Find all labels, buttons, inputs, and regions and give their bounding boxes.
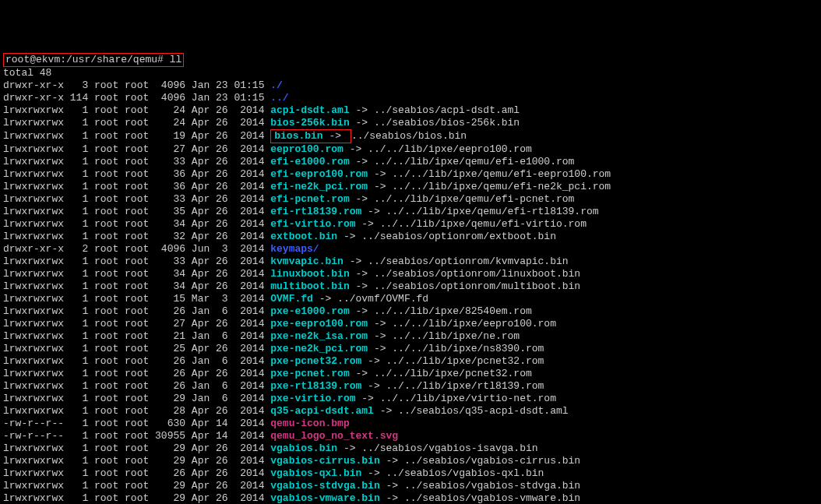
list-row: lrwxrwxrwx 1 root root 27 Apr 26 2014 ee… <box>3 143 818 156</box>
list-row: -rw-r--r-- 1 root root 630 Apr 14 2014 q… <box>3 418 818 430</box>
list-row: lrwxrwxrwx 1 root root 29 Apr 26 2014 vg… <box>3 455 818 467</box>
list-row: lrwxrwxrwx 1 root root 32 Apr 26 2014 ex… <box>3 231 818 243</box>
list-row: lrwxrwxrwx 1 root root 29 Apr 26 2014 vg… <box>3 442 818 455</box>
list-row: lrwxrwxrwx 1 root root 33 Apr 26 2014 kv… <box>3 256 818 268</box>
list-row: lrwxrwxrwx 1 root root 26 Jan 6 2014 pxe… <box>3 380 818 393</box>
list-row: lrwxrwxrwx 1 root root 34 Apr 26 2014 mu… <box>3 280 818 293</box>
list-row: lrwxrwxrwx 1 root root 34 Apr 26 2014 li… <box>3 268 818 280</box>
list-row: lrwxrwxrwx 1 root root 36 Apr 26 2014 ef… <box>3 168 818 181</box>
list-row: drwxr-xr-x 2 root root 4096 Jun 3 2014 k… <box>3 243 818 256</box>
terminal-output[interactable]: root@ekvm:/usr/share/qemu# lltotal 48drw… <box>3 53 818 504</box>
list-row: drwxr-xr-x 114 root root 4096 Jan 23 01:… <box>3 92 818 104</box>
list-row: lrwxrwxrwx 1 root root 24 Apr 26 2014 bi… <box>3 117 818 129</box>
prompt-line: root@ekvm:/usr/share/qemu# ll <box>3 53 818 67</box>
total-line: total 48 <box>3 67 818 79</box>
list-row: lrwxrwxrwx 1 root root 25 Apr 26 2014 px… <box>3 343 818 355</box>
list-row: lrwxrwxrwx 1 root root 24 Apr 26 2014 ac… <box>3 104 818 117</box>
command: ll <box>170 54 182 65</box>
list-row: lrwxrwxrwx 1 root root 26 Apr 26 2014 px… <box>3 368 818 380</box>
list-row: lrwxrwxrwx 1 root root 29 Apr 26 2014 vg… <box>3 492 818 504</box>
list-row: lrwxrwxrwx 1 root root 35 Apr 26 2014 ef… <box>3 206 818 218</box>
list-row: lrwxrwxrwx 1 root root 15 Mar 3 2014 OVM… <box>3 293 818 305</box>
list-row: lrwxrwxrwx 1 root root 28 Apr 26 2014 q3… <box>3 405 818 418</box>
list-row: lrwxrwxrwx 1 root root 19 Apr 26 2014 bi… <box>3 129 818 143</box>
list-row: lrwxrwxrwx 1 root root 33 Apr 26 2014 ef… <box>3 156 818 168</box>
list-row: lrwxrwxrwx 1 root root 26 Jan 6 2014 pxe… <box>3 305 818 318</box>
list-row: lrwxrwxrwx 1 root root 26 Apr 26 2014 vg… <box>3 467 818 480</box>
list-row: lrwxrwxrwx 1 root root 26 Jan 6 2014 pxe… <box>3 355 818 368</box>
list-row: lrwxrwxrwx 1 root root 29 Jan 6 2014 pxe… <box>3 393 818 405</box>
list-row: -rw-r--r-- 1 root root 30955 Apr 14 2014… <box>3 430 818 442</box>
list-row: lrwxrwxrwx 1 root root 21 Jan 6 2014 pxe… <box>3 330 818 343</box>
list-row: lrwxrwxrwx 1 root root 36 Apr 26 2014 ef… <box>3 181 818 193</box>
list-row: drwxr-xr-x 3 root root 4096 Jan 23 01:15… <box>3 79 818 92</box>
list-row: lrwxrwxrwx 1 root root 34 Apr 26 2014 ef… <box>3 218 818 231</box>
list-row: lrwxrwxrwx 1 root root 33 Apr 26 2014 ef… <box>3 193 818 206</box>
prompt: root@ekvm:/usr/share/qemu# <box>5 54 164 65</box>
list-row: lrwxrwxrwx 1 root root 29 Apr 26 2014 vg… <box>3 480 818 492</box>
list-row: lrwxrwxrwx 1 root root 27 Apr 26 2014 px… <box>3 318 818 330</box>
